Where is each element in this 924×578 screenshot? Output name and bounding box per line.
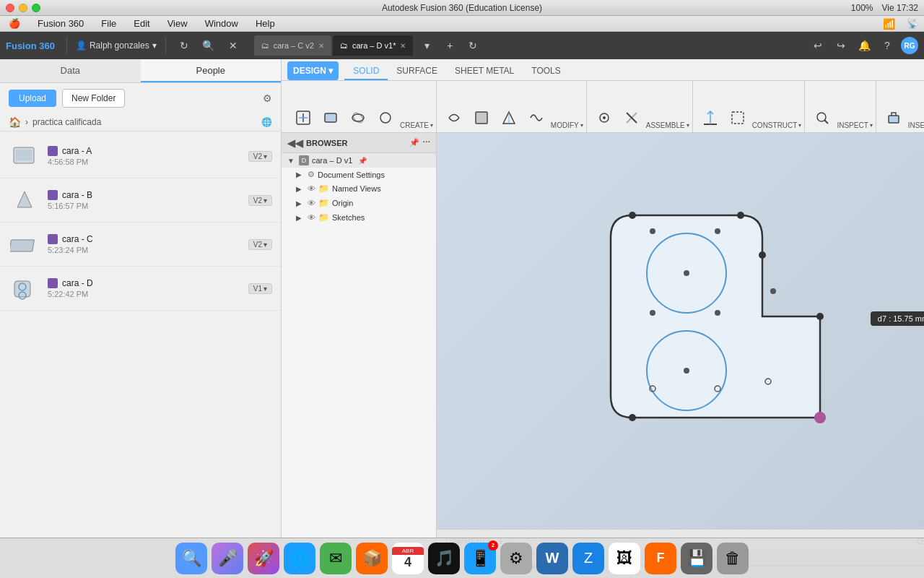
- menu-edit[interactable]: Edit: [131, 18, 152, 29]
- menu-fusion360[interactable]: Fusion 360: [35, 18, 87, 29]
- tab-cara-d[interactable]: 🗂 cara – D v1* ✕: [333, 35, 414, 56]
- dock-appstore[interactable]: 📱 2: [464, 543, 496, 574]
- dock-trash[interactable]: 🗑: [717, 543, 749, 574]
- sidebar-tab-data[interactable]: Data: [0, 59, 141, 82]
- tab-close-c[interactable]: ✕: [318, 42, 324, 50]
- insert-btn-1[interactable]: [881, 107, 907, 132]
- sketches-expand-icon[interactable]: ▶: [296, 214, 305, 222]
- version-badge-d[interactable]: V1 ▾: [248, 283, 272, 294]
- dock-itunes[interactable]: 🎵: [428, 543, 460, 574]
- doc-settings-expand-icon[interactable]: ▶: [296, 171, 305, 178]
- dock-siri[interactable]: 🎤: [212, 543, 243, 574]
- modify-btn-1[interactable]: [441, 107, 467, 132]
- undo-button[interactable]: ↩: [808, 36, 827, 55]
- new-folder-button[interactable]: New Folder: [62, 89, 125, 108]
- browser-item-sketches[interactable]: ▶ 👁 📁 Sketches: [282, 210, 436, 225]
- inspect-btn-1[interactable]: [809, 107, 835, 132]
- create-label[interactable]: CREATE▾: [400, 121, 433, 132]
- assemble-label[interactable]: ASSEMBLE▾: [646, 121, 689, 132]
- apple-menu[interactable]: 🍎: [6, 18, 23, 29]
- create-btn-1[interactable]: [290, 107, 316, 132]
- construct-label[interactable]: CONSTRUCT▾: [752, 121, 802, 132]
- minimize-button[interactable]: [19, 4, 27, 12]
- sidebar-tab-people[interactable]: People: [141, 59, 282, 82]
- tab-cara-c[interactable]: 🗂 cara – C v2 ✕: [254, 35, 331, 56]
- tab-sheet-metal[interactable]: SHEET METAL: [446, 63, 523, 80]
- close-button[interactable]: [6, 4, 14, 12]
- tab-solid[interactable]: SOLID: [344, 63, 388, 80]
- assemble-btn-1[interactable]: [591, 107, 617, 132]
- breadcrumb-folder[interactable]: practica calificada: [32, 117, 101, 127]
- dock-safari[interactable]: 🌐: [284, 543, 315, 574]
- browser-item-named-views[interactable]: ▶ 👁 📁 Named Views: [282, 181, 436, 196]
- tab-chevron-down[interactable]: ▾: [417, 36, 436, 55]
- notifications-button[interactable]: 🔔: [855, 36, 873, 55]
- user-info[interactable]: 👤 Ralph gonzales ▾: [76, 40, 157, 51]
- search-button[interactable]: 🔍: [199, 36, 218, 55]
- construct-btn-2[interactable]: [725, 107, 751, 132]
- browser-pin-icon[interactable]: 📌: [409, 138, 419, 147]
- menu-window[interactable]: Window: [202, 18, 241, 29]
- close-sidebar-button[interactable]: ✕: [224, 36, 243, 55]
- dock-systemprefs[interactable]: ⚙: [500, 543, 532, 574]
- modify-btn-4[interactable]: [523, 107, 549, 132]
- canvas-area[interactable]: d7 : 15.75 mm Z RIGHT: [437, 133, 924, 529]
- design-dropdown[interactable]: DESIGN ▾: [287, 61, 339, 80]
- create-btn-4[interactable]: [372, 107, 398, 132]
- maximize-button[interactable]: [32, 4, 40, 12]
- assemble-btn-2[interactable]: [619, 107, 645, 132]
- dock-launchpad[interactable]: 🚀: [248, 543, 279, 574]
- dock-messages[interactable]: ✉: [320, 543, 352, 574]
- tab-refresh-button[interactable]: ↻: [463, 36, 482, 55]
- browser-item-doc-settings[interactable]: ▶ ⚙ Document Settings: [282, 168, 436, 181]
- file-item-cara-b[interactable]: cara - B 5:16:57 PM V2 ▾: [0, 178, 281, 223]
- tab-tools[interactable]: TOOLS: [523, 63, 569, 80]
- origin-expand-icon[interactable]: ▶: [296, 199, 305, 207]
- browser-expand-icon[interactable]: ⋯: [422, 138, 430, 147]
- upload-button[interactable]: Upload: [9, 90, 56, 107]
- dock-zoom[interactable]: Z: [572, 543, 604, 574]
- dock-drive[interactable]: 💾: [681, 543, 712, 574]
- file-item-cara-d[interactable]: cara - D 5:22:42 PM V1 ▾: [0, 267, 281, 311]
- dock-preview[interactable]: 🖼: [609, 543, 640, 574]
- home-icon[interactable]: 🏠: [9, 116, 21, 128]
- modify-label[interactable]: MODIFY▾: [551, 121, 583, 132]
- modify-btn-3[interactable]: [496, 107, 522, 132]
- browser-collapse-btn[interactable]: ◀◀: [287, 137, 303, 149]
- dock-finder[interactable]: 🔍: [175, 543, 207, 574]
- tab-surface[interactable]: SURFACE: [388, 63, 446, 80]
- dock-calendar[interactable]: ABR 4: [392, 543, 424, 574]
- root-collapse-icon[interactable]: ▼: [287, 157, 296, 165]
- version-badge-c[interactable]: V2 ▾: [248, 239, 272, 250]
- inspect-label[interactable]: INSPECT▾: [837, 121, 872, 132]
- version-badge-b[interactable]: V2 ▾: [248, 195, 272, 206]
- file-item-cara-c[interactable]: cara - C 5:23:24 PM V2 ▾: [0, 223, 281, 267]
- dock-fusion360[interactable]: F: [645, 543, 676, 574]
- menu-help[interactable]: Help: [253, 18, 278, 29]
- named-views-expand-icon[interactable]: ▶: [296, 185, 305, 193]
- browser-root[interactable]: ▼ D cara – D v1 📌: [282, 153, 436, 168]
- new-tab-button[interactable]: +: [440, 36, 459, 55]
- refresh-button[interactable]: ↻: [175, 36, 193, 55]
- tab-close-d[interactable]: ✕: [400, 42, 406, 50]
- assemble-section: ASSEMBLE▾: [588, 81, 693, 132]
- menu-view[interactable]: View: [165, 18, 191, 29]
- sidebar-actions: Upload New Folder ⚙: [0, 83, 281, 113]
- traffic-lights[interactable]: [6, 4, 40, 12]
- create-btn-3[interactable]: [345, 107, 371, 132]
- tab-bar: 🗂 cara – C v2 ✕ 🗂 cara – D v1* ✕ ▾ + ↻: [254, 35, 803, 56]
- construct-btn-1[interactable]: [697, 107, 723, 132]
- insert-label[interactable]: INSERT▾: [908, 121, 924, 132]
- help-button[interactable]: ?: [878, 36, 897, 55]
- user-avatar[interactable]: RG: [901, 37, 918, 54]
- version-badge-a[interactable]: V2 ▾: [248, 151, 272, 162]
- dock-word[interactable]: W: [536, 543, 568, 574]
- create-btn-2[interactable]: [318, 107, 344, 132]
- redo-button[interactable]: ↪: [832, 36, 850, 55]
- dock-klokki[interactable]: 📦: [356, 543, 388, 574]
- browser-item-origin[interactable]: ▶ 👁 📁 Origin: [282, 196, 436, 210]
- menu-file[interactable]: File: [98, 18, 119, 29]
- file-item-cara-a[interactable]: cara - A 4:56:58 PM V2 ▾: [0, 134, 281, 178]
- modify-btn-2[interactable]: [468, 107, 494, 132]
- settings-gear-icon[interactable]: ⚙: [263, 92, 272, 104]
